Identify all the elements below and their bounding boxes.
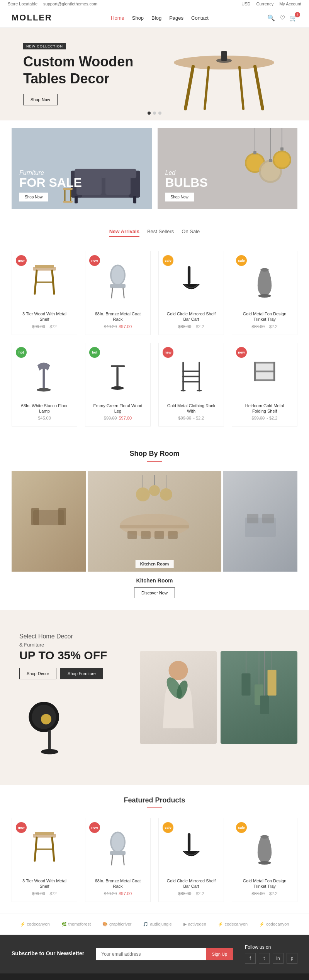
room-living-svg <box>29 487 68 556</box>
product-name-4: Gold Metal Fon Design Trinket Tray <box>238 311 291 322</box>
svg-point-37 <box>112 266 124 284</box>
facebook-icon[interactable]: f <box>245 953 256 964</box>
partner-codecanyon-3: ⚡codecanyon <box>259 922 289 927</box>
room-bedroom-bg <box>223 471 297 572</box>
tab-new-arrivals[interactable]: New Arrivals <box>109 228 139 237</box>
product-price-5: $45.00 <box>18 416 71 420</box>
rooms-grid: Kitchen Room <box>12 471 297 572</box>
shop-furniture-button[interactable]: Shop Furniture <box>60 668 103 679</box>
hero-dot-1[interactable] <box>148 112 151 115</box>
featured-img-1 <box>18 824 71 874</box>
promo-furniture-content: Furniture FOR SALE Shop Now <box>19 169 82 201</box>
product-card-7[interactable]: new Gold Metal Clothing Rack With $99.00… <box>158 343 224 427</box>
pendant-svg <box>221 651 297 740</box>
nav-pages[interactable]: Pages <box>169 15 183 21</box>
svg-rect-65 <box>58 508 66 525</box>
tab-best-sellers[interactable]: Best Sellers <box>147 228 174 237</box>
product-card-4[interactable]: sale Gold Metal Fon Design Trinket Tray … <box>232 251 297 335</box>
nav-home[interactable]: Home <box>111 15 124 21</box>
svg-rect-104 <box>110 851 126 855</box>
twitter-icon[interactable]: t <box>259 953 270 964</box>
svg-rect-68 <box>127 531 137 539</box>
svg-rect-6 <box>221 51 227 61</box>
svg-rect-58 <box>254 379 275 381</box>
partner-graphicriver: 🎨graphicriver <box>102 922 131 927</box>
product-name-6: Emmy Green Floral Wood Leg <box>91 403 144 414</box>
svg-point-29 <box>274 152 290 168</box>
product-card-6[interactable]: hot Emmy Green Floral Wood Leg $99.00$97… <box>85 343 151 427</box>
hero-dot-2[interactable] <box>153 112 156 115</box>
svg-point-85 <box>41 749 58 755</box>
hero-image <box>162 32 286 117</box>
svg-rect-84 <box>48 730 51 752</box>
svg-rect-69 <box>141 531 151 539</box>
store-locator: Store Locatable <box>8 2 37 6</box>
hero-dot-3[interactable] <box>158 112 161 115</box>
logo: MOLLER <box>12 13 52 23</box>
pinterest-icon[interactable]: p <box>287 953 297 964</box>
room-kitchen[interactable]: Kitchen Room <box>88 471 221 572</box>
svg-line-3 <box>205 67 209 109</box>
svg-rect-24 <box>253 151 256 154</box>
product-card-5[interactable]: hot 63In. White Stucco Floor Lamp $45.00 <box>12 343 77 427</box>
svg-rect-62 <box>256 372 273 379</box>
usd-selector[interactable]: USD <box>241 2 250 6</box>
cart-icon[interactable]: 🛒 1 <box>290 14 297 22</box>
shop-decor-button[interactable]: Shop Decor <box>19 668 56 679</box>
featured-badge-3: sale <box>163 822 173 833</box>
person-svg <box>140 651 217 744</box>
nav-contact[interactable]: Contact <box>191 15 209 21</box>
hero-shop-button[interactable]: Shop Now <box>23 94 58 105</box>
product-img-6 <box>91 349 144 399</box>
featured-card-1[interactable]: new 3 Tier Wood With Metal Shelf $99.00-… <box>12 818 77 902</box>
search-icon[interactable]: 🔍 <box>267 14 275 22</box>
product-card-3[interactable]: sale Gold Circle Mirrored Shelf Bar Cart… <box>158 251 224 335</box>
product-card-1[interactable]: new 3 Tier Wood With Metal Shelf $99.00-… <box>12 251 77 335</box>
instagram-icon[interactable]: in <box>273 953 284 964</box>
nav-shop[interactable]: Shop <box>132 15 144 21</box>
featured-card-3[interactable]: sale Gold Circle Mirrored Shelf Bar Cart… <box>158 818 224 902</box>
featured-name-4: Gold Metal Fon Design Trinket Tray <box>238 878 291 889</box>
product-card-8[interactable]: new Heirloom Gold Metal Folding Shelf $9… <box>232 343 297 427</box>
svg-rect-41 <box>188 266 190 284</box>
promo-bulbs-button[interactable]: Shop Now <box>165 193 194 201</box>
svg-rect-107 <box>188 833 190 851</box>
tab-on-sale[interactable]: On Sale <box>182 228 200 237</box>
featured-line <box>147 807 162 808</box>
svg-line-2 <box>255 66 263 109</box>
wishlist-icon[interactable]: ♡ <box>280 14 285 22</box>
hero-banner: NEW COLLECTION Custom Wooden Tables Deco… <box>0 28 309 120</box>
svg-rect-96 <box>260 696 269 714</box>
shelf-svg <box>249 355 280 393</box>
svg-line-39 <box>112 288 113 298</box>
currency-selector[interactable]: Currency <box>256 2 274 6</box>
svg-point-108 <box>260 835 269 839</box>
newsletter-signup-button[interactable]: Sign Up <box>206 948 233 960</box>
top-bar: Store Locatable support@glentlethemes.co… <box>0 0 309 8</box>
product-name-5: 63In. White Stucco Floor Lamp <box>18 403 71 414</box>
newsletter-email-input[interactable] <box>96 948 206 960</box>
product-price-4: $88.00- $2.2 <box>238 324 291 329</box>
account-link[interactable]: My Account <box>279 2 301 6</box>
promo-furniture-title: FOR SALE <box>19 176 82 189</box>
featured-card-2[interactable]: new 68In. Bronze Metal Coat Rack $40.20$… <box>85 818 151 902</box>
products-section: New Arrivals Best Sellers On Sale new 3 … <box>0 217 309 438</box>
social-follow: Follow us on f t in p <box>245 944 297 964</box>
svg-point-72 <box>136 487 150 501</box>
discover-button[interactable]: Discover Now <box>134 587 175 598</box>
room-living[interactable] <box>12 471 86 572</box>
promo-banner-furniture: Furniture FOR SALE Shop Now <box>12 128 152 209</box>
promo2-subtitle2: & Furniture <box>19 642 124 648</box>
hero-dots <box>148 112 161 115</box>
nav-blog[interactable]: Blog <box>151 15 161 21</box>
room-bedroom[interactable] <box>223 471 297 572</box>
product-card-2[interactable]: new 68In. Bronze Metal Coat Rack $40.20$… <box>85 251 151 335</box>
support-email: support@glentlethemes.com <box>43 2 97 6</box>
product-price-2: $40.20$97.00 <box>91 324 144 329</box>
svg-rect-50 <box>182 376 200 377</box>
svg-rect-38 <box>110 284 126 288</box>
featured-card-4[interactable]: sale Gold Metal Fon Design Trinket Tray … <box>232 818 297 902</box>
product-img-3 <box>165 257 218 307</box>
promo-furniture-button[interactable]: Shop Now <box>19 193 48 201</box>
partner-codecanyon-2: ⚡codecanyon <box>218 922 248 927</box>
